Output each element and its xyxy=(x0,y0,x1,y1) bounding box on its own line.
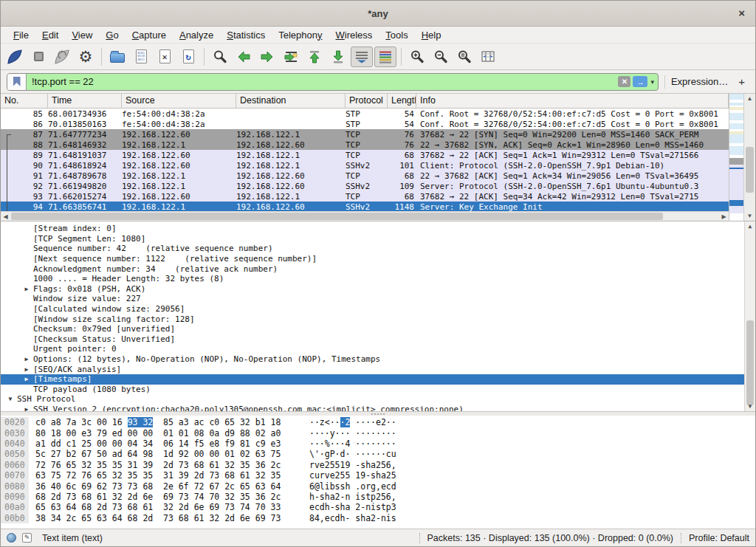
detail-scroll-thumb[interactable] xyxy=(746,320,754,406)
packet-row[interactable]: 94 71.663856741 192.168.122.1 192.168.12… xyxy=(1,202,729,211)
filter-text[interactable]: !tcp.port == 22 xyxy=(27,76,618,87)
scroll-down-icon[interactable]: ▼ xyxy=(745,403,755,410)
detail-line[interactable]: ▶Options: (12 bytes), No-Operation (NOP)… xyxy=(1,354,755,365)
save-file-button[interactable]: 010101100011 xyxy=(130,47,152,67)
menu-item[interactable]: Capture xyxy=(126,28,173,42)
vscroll-thumb[interactable] xyxy=(746,147,754,193)
hex-ascii[interactable]: ecdh-sha 2-nistp3 xyxy=(299,502,755,512)
detail-line[interactable]: [Window size scaling factor: 128] xyxy=(1,314,755,324)
open-file-button[interactable] xyxy=(106,47,128,67)
colorize-button[interactable] xyxy=(374,47,396,67)
hex-row[interactable]: 0030 80 18 00 e3 79 ed 00 00 01 01 08 0a… xyxy=(1,427,755,438)
auto-scroll-button[interactable] xyxy=(351,47,373,67)
menu-item[interactable]: Analyze xyxy=(173,28,220,42)
hex-bytes[interactable]: a1 dd c1 25 00 00 04 34 06 14 f5 e8 f9 8… xyxy=(29,438,299,449)
intelligent-scrollbar-minimap[interactable] xyxy=(729,94,743,221)
zoom-reset-button[interactable] xyxy=(453,47,475,67)
packet-row[interactable]: 91 71.648789678 192.168.122.1 192.168.12… xyxy=(1,171,729,181)
expert-info-icon[interactable] xyxy=(7,533,16,543)
menu-item[interactable]: Statistics xyxy=(220,28,272,42)
hex-ascii[interactable]: rve25519 -sha256, xyxy=(299,460,755,470)
zoom-in-button[interactable] xyxy=(406,47,428,67)
detail-vscrollbar[interactable]: ▲ ▼ xyxy=(744,221,755,411)
add-filter-button[interactable]: + xyxy=(738,75,745,88)
find-packet-button[interactable] xyxy=(209,47,231,67)
hex-row[interactable]: 00b0 38 34 2c 65 63 64 68 2d 73 68 61 32… xyxy=(1,513,755,523)
hex-ascii[interactable]: 6@libssh .org,ecd xyxy=(299,481,755,492)
expand-arrow-icon[interactable]: ▶ xyxy=(20,366,33,373)
detail-line[interactable]: ▶[SEQ/ACK analysis] xyxy=(1,364,755,374)
hex-row[interactable]: 00a0 65 63 64 68 2d 73 68 61 32 2d 6e 69… xyxy=(1,502,755,512)
packet-row[interactable]: 90 71.648618924 192.168.122.60 192.168.1… xyxy=(1,160,729,171)
zoom-out-button[interactable] xyxy=(430,47,452,67)
reload-file-button[interactable]: ↻ xyxy=(177,47,199,67)
menu-item[interactable]: Tools xyxy=(379,28,414,42)
go-to-packet-button[interactable] xyxy=(280,47,302,67)
hex-row[interactable]: 0040 a1 dd c1 25 00 00 04 34 06 14 f5 e8… xyxy=(1,438,755,449)
hex-ascii[interactable]: ··z<···2 ····e2·· xyxy=(299,417,755,427)
column-header-info[interactable]: Info xyxy=(416,94,729,108)
scroll-up-icon[interactable]: ▲ xyxy=(744,95,755,102)
hex-ascii[interactable]: ···%···4 ········ xyxy=(299,438,755,449)
packet-row[interactable]: 86 70.013850163 fe:54:00:d4:38:2a STP 54… xyxy=(1,119,729,129)
packet-row[interactable]: 92 71.661949820 192.168.122.1 192.168.12… xyxy=(1,181,729,191)
column-header-length[interactable]: Length xyxy=(388,94,416,108)
detail-line[interactable]: ▼SSH Protocol xyxy=(1,394,755,405)
filter-clear-button[interactable]: ✕ xyxy=(618,76,630,87)
filter-apply-button[interactable]: → xyxy=(633,76,647,87)
hex-ascii[interactable]: \'·gP·d· ······cu xyxy=(299,449,755,459)
close-file-button[interactable]: ✕ xyxy=(154,47,176,67)
hex-bytes[interactable]: 38 34 2c 65 63 64 68 2d 73 68 61 32 2d 6… xyxy=(29,513,299,523)
go-forward-button[interactable] xyxy=(256,47,278,67)
column-header-no[interactable]: No. xyxy=(1,94,48,108)
menu-item[interactable]: Telephony xyxy=(272,28,329,42)
column-header-protocol[interactable]: Protocol xyxy=(346,94,388,108)
detail-line[interactable]: Acknowledgment number: 34 (relative ack … xyxy=(1,264,755,274)
expand-arrow-icon[interactable]: ▶ xyxy=(20,286,33,292)
detail-line[interactable]: [Stream index: 0] xyxy=(1,224,755,234)
detail-line[interactable]: [Next sequence number: 1122 (relative se… xyxy=(1,254,755,264)
stop-capture-button[interactable] xyxy=(27,47,49,67)
go-to-bottom-button[interactable] xyxy=(327,47,349,67)
hex-bytes[interactable]: 36 40 6c 69 62 73 73 68 2e 6f 72 67 2c 6… xyxy=(29,481,299,492)
profile-label[interactable]: Profile: Default xyxy=(689,533,749,543)
hex-row[interactable]: 0050 5c 27 b2 67 50 ad 64 98 1d 92 00 00… xyxy=(1,449,755,459)
hex-row[interactable]: 0090 68 2d 73 68 61 32 2d 6e 69 73 74 70… xyxy=(1,492,755,502)
detail-line[interactable]: Sequence number: 42 (relative sequence n… xyxy=(1,244,755,254)
hex-bytes[interactable]: 80 18 00 e3 79 ed 00 00 01 01 08 0a d9 8… xyxy=(29,428,299,438)
menu-item[interactable]: View xyxy=(65,28,99,42)
scroll-right-icon[interactable]: ▶ xyxy=(719,213,729,220)
hex-bytes[interactable]: 63 75 72 76 65 32 35 35 31 39 2d 73 68 6… xyxy=(29,470,299,481)
expand-arrow-icon[interactable]: ▼ xyxy=(4,396,17,402)
capture-options-button[interactable]: ⚙ xyxy=(75,47,97,67)
hex-ascii[interactable]: 84,ecdh- sha2-nis xyxy=(299,513,755,523)
detail-line[interactable]: Checksum: 0x79ed [unverified] xyxy=(1,324,755,334)
hex-bytes[interactable]: 72 76 65 32 35 35 31 39 2d 73 68 61 32 3… xyxy=(29,460,299,470)
hex-row[interactable]: 0020 c0 a8 7a 3c 00 16 93 32 85 a3 ac c0… xyxy=(1,417,755,427)
menu-item[interactable]: Wireless xyxy=(329,28,379,42)
hex-bytes[interactable]: 68 2d 73 68 61 32 2d 6e 69 73 74 70 32 3… xyxy=(29,492,299,502)
detail-line[interactable]: 1000 .... = Header Length: 32 bytes (8) xyxy=(1,274,755,284)
column-header-destination[interactable]: Destination xyxy=(236,94,346,108)
detail-line[interactable]: ▶Flags: 0x018 (PSH, ACK) xyxy=(1,284,755,295)
packet-row[interactable]: 89 71.648191037 192.168.122.60 192.168.1… xyxy=(1,150,729,160)
packet-list-hscrollbar[interactable]: ◀ ▶ xyxy=(1,211,729,221)
restart-capture-button[interactable] xyxy=(51,47,73,67)
packet-row[interactable]: 87 71.647777234 192.168.122.60 192.168.1… xyxy=(1,129,729,140)
packet-row[interactable]: 85 68.001734936 fe:54:00:d4:38:2a STP 54… xyxy=(1,109,729,119)
expand-arrow-icon[interactable]: ▶ xyxy=(20,356,33,362)
detail-line[interactable]: ▶[Timestamps] xyxy=(1,374,744,385)
hex-row[interactable]: 0080 36 40 6c 69 62 73 73 68 2e 6f 72 67… xyxy=(1,481,755,491)
hscroll-thumb[interactable] xyxy=(11,213,663,220)
scroll-down-icon[interactable]: ▼ xyxy=(744,213,755,219)
column-header-source[interactable]: Source xyxy=(122,94,236,108)
packet-row[interactable]: 93 71.662015274 192.168.122.60 192.168.1… xyxy=(1,191,729,202)
hex-bytes[interactable]: 65 63 64 68 2d 73 68 61 32 2d 6e 69 73 7… xyxy=(29,502,299,512)
packet-row[interactable]: 88 71.648146932 192.168.122.1 192.168.12… xyxy=(1,140,729,150)
hex-bytes[interactable]: c0 a8 7a 3c 00 16 93 32 85 a3 ac c0 65 3… xyxy=(29,417,299,427)
detail-line[interactable]: [Checksum Status: Unverified] xyxy=(1,334,755,345)
filter-dropdown-icon[interactable]: ▾ xyxy=(650,78,654,86)
detail-line[interactable]: ▶SSH Version 2 (encryption:chacha20-poly… xyxy=(1,405,755,412)
detail-line[interactable]: Urgent pointer: 0 xyxy=(1,344,755,354)
display-filter-input[interactable]: !tcp.port == 22 ✕ → ▾ xyxy=(7,73,659,91)
